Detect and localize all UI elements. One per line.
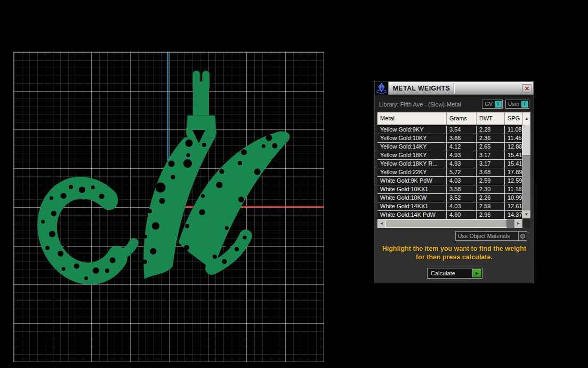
cell-grams: 3.52 <box>447 194 477 202</box>
cell-metal: Yellow Gold:10KY <box>377 134 447 143</box>
table-row[interactable]: White Gold:9K PdW4.032.5912.59 <box>377 177 522 185</box>
column-header-grams: Grams <box>447 112 477 125</box>
library-label: Library: Fifth Ave - (Slow)-Metal <box>379 101 479 108</box>
cell-metal: White Gold:14K PdW <box>377 211 447 219</box>
cell-grams: 4.03 <box>447 202 477 211</box>
cell-spg: 15.41 <box>505 160 522 168</box>
panel-title-bar[interactable]: METAL WEIGHTS ✕ <box>375 81 534 95</box>
library-row: Library: Fifth Ave - (Slow)-Metal GV I U… <box>379 99 529 109</box>
table-row[interactable]: White Gold:10KX13.582.3011.18 <box>377 185 522 194</box>
column-header-spg: SPG <box>505 112 522 125</box>
cell-spg: 15.41 <box>505 151 522 160</box>
cell-dwt: 2.96 <box>477 211 505 219</box>
table-body: Yellow Gold:9KY3.542.2811.08Yellow Gold:… <box>377 125 522 219</box>
cell-dwt: 2.28 <box>477 126 505 134</box>
gv-toggle-indicator: I <box>495 101 502 108</box>
calculate-button[interactable]: Calculate ► <box>427 268 482 279</box>
scroll-right-icon: ► <box>517 221 521 226</box>
table-row[interactable]: White Gold:14KX14.032.5912.61 <box>377 202 522 211</box>
close-button[interactable]: ✕ <box>522 84 531 93</box>
gv-toggle-button[interactable]: GV I <box>482 100 502 109</box>
cell-grams: 4.12 <box>447 143 477 151</box>
cell-grams: 3.54 <box>447 126 477 134</box>
panel-title: METAL WEIGHTS <box>393 85 450 92</box>
cell-grams: 3.66 <box>447 134 477 143</box>
metals-table: MetalGramsDWTSPG ▲ Yellow Gold:9KY3.542.… <box>377 112 530 228</box>
scroll-down-button[interactable]: ▼ <box>522 210 530 218</box>
cell-dwt: 2.30 <box>477 185 505 194</box>
calculate-label: Calculate <box>428 270 472 276</box>
cell-dwt: 3.68 <box>477 168 505 177</box>
cell-dwt: 2.36 <box>477 134 505 143</box>
close-icon: ✕ <box>525 85 529 92</box>
horizontal-scrollbar-thumb[interactable] <box>385 219 507 228</box>
column-header-metal: Metal <box>377 112 447 125</box>
cell-dwt: 3.17 <box>477 160 505 168</box>
user-toggle-indicator: I <box>521 101 528 108</box>
instructions-line1: Highlight the item you want to find the … <box>375 244 534 253</box>
cell-spg: 12.59 <box>505 177 522 185</box>
cell-metal: White Gold:10KW <box>377 194 447 202</box>
table-row[interactable]: Yellow Gold:9KY3.542.2811.08 <box>377 126 522 134</box>
scroll-up-button[interactable]: ▲ <box>522 112 530 125</box>
scroll-left-button[interactable]: ◄ <box>377 219 385 228</box>
cell-metal: Yellow Gold:22KY <box>377 168 447 177</box>
scrollbar-corner <box>522 219 530 228</box>
gv-label: GV <box>482 101 494 107</box>
cell-dwt: 2.59 <box>477 177 505 185</box>
cell-grams: 4.60 <box>447 211 477 219</box>
use-object-materials-label: Use Object Materials <box>456 233 518 239</box>
calculate-play-icon: ► <box>472 269 481 277</box>
table-row[interactable]: Yellow Gold:18KY R...4.933.1715.41 <box>377 160 522 168</box>
use-object-materials-button[interactable]: Use Object Materials <box>455 231 527 241</box>
cell-metal: Yellow Gold:18KY R... <box>377 160 447 168</box>
column-header-dwt: DWT <box>477 112 505 125</box>
title-bar-divider <box>454 83 454 93</box>
cell-spg: 12.88 <box>505 143 522 151</box>
cell-metal: White Gold:14KX1 <box>377 202 447 211</box>
cell-grams: 3.58 <box>447 185 477 194</box>
cell-metal: Yellow Gold:18KY <box>377 151 447 160</box>
instructions-text: Highlight the item you want to find the … <box>375 244 534 261</box>
cell-dwt: 2.26 <box>477 194 505 202</box>
cell-dwt: 2.65 <box>477 143 505 151</box>
horizontal-scrollbar[interactable]: ◄ ► <box>377 219 530 228</box>
cell-grams: 5.72 <box>447 168 477 177</box>
scroll-right-button[interactable]: ► <box>514 219 522 228</box>
cell-spg: 14.37 <box>505 211 522 219</box>
cell-spg: 12.61 <box>505 202 522 211</box>
table-row[interactable]: Yellow Gold:22KY5.723.6817.89 <box>377 168 522 177</box>
cell-spg: 10.99 <box>505 194 522 202</box>
monogram-object[interactable] <box>0 0 347 368</box>
title-bar-surface[interactable]: METAL WEIGHTS ✕ <box>388 81 534 95</box>
vertical-scrollbar-thumb[interactable] <box>522 125 530 156</box>
cell-grams: 4.93 <box>447 151 477 160</box>
instructions-line2: for then press calculate. <box>375 253 534 261</box>
scroll-up-icon: ▲ <box>525 116 529 121</box>
table-row[interactable]: White Gold:10KW3.522.2610.99 <box>377 194 522 202</box>
metal-weights-panel: METAL WEIGHTS ✕ Library: Fifth Ave - (Sl… <box>374 81 534 283</box>
cell-metal: White Gold:10KX1 <box>377 185 447 194</box>
table-row[interactable]: White Gold:14K PdW4.602.9614.37 <box>377 211 522 219</box>
radio-box[interactable] <box>518 232 527 240</box>
cell-grams: 4.03 <box>447 177 477 185</box>
cell-dwt: 2.59 <box>477 202 505 211</box>
horizontal-scrollbar-track[interactable] <box>507 219 514 228</box>
radio-icon <box>520 234 525 239</box>
cell-spg: 11.08 <box>505 126 522 134</box>
cell-metal: Yellow Gold:9KY <box>377 126 447 134</box>
gem-icon <box>375 81 388 95</box>
cell-grams: 4.93 <box>447 160 477 168</box>
table-row[interactable]: Yellow Gold:18KY4.933.1715.41 <box>377 151 522 160</box>
cell-spg: 11.45 <box>505 134 522 143</box>
cell-spg: 17.89 <box>505 168 522 177</box>
vertical-scrollbar[interactable]: ▼ <box>522 125 530 218</box>
scroll-left-icon: ◄ <box>380 221 384 226</box>
user-toggle-button[interactable]: User I <box>505 100 529 109</box>
cell-metal: Yellow Gold:14KY <box>377 143 447 151</box>
scroll-down-icon: ▼ <box>525 212 529 217</box>
cell-metal: White Gold:9K PdW <box>377 177 447 185</box>
table-row[interactable]: Yellow Gold:14KY4.122.6512.88 <box>377 143 522 151</box>
table-row[interactable]: Yellow Gold:10KY3.662.3611.45 <box>377 134 522 143</box>
vertical-scrollbar-track[interactable] <box>522 156 530 210</box>
